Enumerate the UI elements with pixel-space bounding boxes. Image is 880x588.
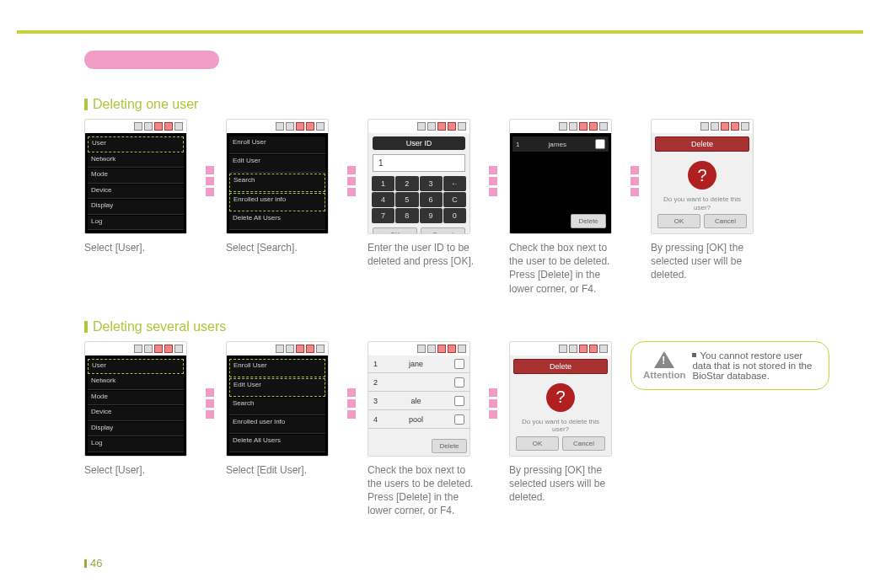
caption-s2-4: By pressing [OK] the selected users will… — [509, 463, 619, 505]
screenshot-s2-2: Enroll User Edit User Search Enrolled us… — [226, 341, 329, 457]
screenshot-s1-5: Delete ? Do you want to delete this user… — [651, 119, 754, 234]
caption-s2-1: Select [User]. — [84, 463, 194, 477]
warning-icon: Attention — [643, 351, 685, 380]
caption-s1-4: Check the box next to the user to be del… — [509, 241, 619, 296]
pink-pill — [84, 51, 219, 69]
section2-row: User Network Mode Device Display Log Sel… — [84, 341, 829, 518]
screenshot-s1-3: User ID 1 123← 456C 7890 OKCancel — [368, 119, 470, 234]
arrow-icon — [630, 119, 639, 196]
caption-s1-5: By pressing [OK] the selected user will … — [651, 241, 760, 282]
caption-s2-3: Check the box next to the users to be de… — [368, 463, 477, 518]
screenshot-s2-3: 1jane 2 3ale 4pool Delete — [368, 341, 470, 457]
arrow-icon — [206, 341, 214, 419]
arrow-icon — [347, 341, 356, 419]
section1-row: User Network Mode Device Display Log Sel… — [84, 119, 829, 296]
page-number: 46 — [84, 557, 102, 569]
caption-s1-2: Select [Search]. — [226, 241, 335, 254]
caption-s1-3: Enter the user ID to be deleted and pres… — [368, 241, 477, 268]
arrow-icon — [489, 119, 497, 196]
arrow-icon — [347, 119, 356, 196]
screenshot-s1-1: User Network Mode Device Display Log — [84, 119, 187, 234]
screenshot-s2-4: Delete ? Do you want to delete this user… — [509, 341, 612, 457]
screenshot-s1-4: 1james Delete — [509, 119, 612, 234]
arrow-icon — [489, 341, 497, 419]
screenshot-s2-1: User Network Mode Device Display Log — [84, 341, 187, 457]
arrow-icon — [206, 119, 214, 196]
section-title-2: Deleting several users — [84, 319, 829, 334]
screenshot-s1-2: Enroll User Edit User Search Enrolled us… — [226, 119, 329, 234]
section-title-1: Deleting one user — [84, 97, 829, 112]
attention-text: You cannot restore user data that is not… — [692, 350, 812, 381]
caption-s2-2: Select [Edit User]. — [226, 463, 335, 477]
attention-note: Attention You cannot restore user data t… — [630, 341, 829, 390]
caption-s1-1: Select [User]. — [84, 241, 194, 254]
